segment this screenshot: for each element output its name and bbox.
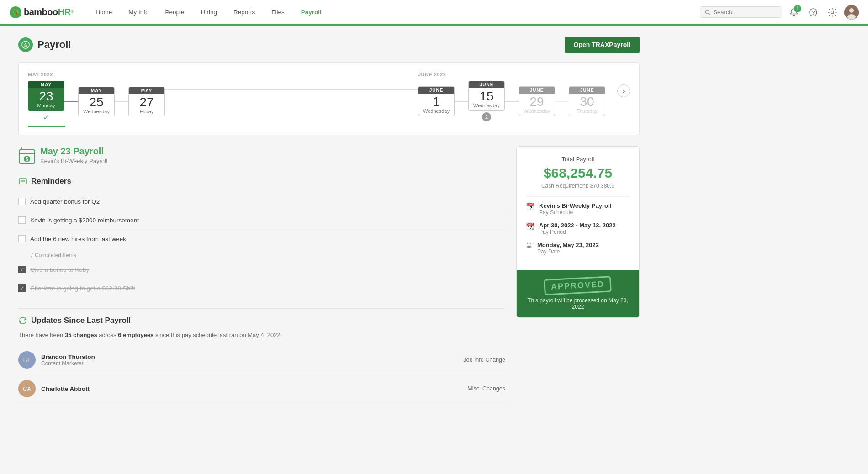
may-group-label: MAY 2022 — [28, 72, 165, 77]
charlotte-avatar: CA — [18, 380, 36, 397]
pay-period-info: 📆 Apr 30, 2022 - May 13, 2022 Pay Period — [526, 222, 630, 235]
timeline-item-june29[interactable]: JUNE 29 Wednesday — [519, 86, 555, 116]
search-input[interactable] — [713, 9, 777, 16]
completed-checkbox-2[interactable] — [18, 284, 26, 292]
brandon-name: Brandon Thurston — [41, 353, 95, 360]
schedule-label: Kevin's Bi-Weekly Payroll — [539, 202, 611, 209]
charlotte-name: Charlotte Abbott — [41, 385, 90, 392]
cal-weekday: Wednesday — [79, 109, 114, 116]
total-payroll-label: Total Payroll — [526, 156, 630, 163]
reminder-item-1: Add quarter bonus for Q2 — [18, 192, 505, 211]
completed-checkbox-1[interactable] — [18, 266, 26, 273]
nav-people[interactable]: People — [157, 0, 193, 26]
nav-home[interactable]: Home — [87, 0, 120, 26]
list-icon — [18, 177, 27, 186]
completed-item-1: Give a bonus to Koby — [18, 260, 505, 279]
cal-day: 23 — [28, 88, 64, 103]
reminder-item-3: Add the 6 new hires from last week — [18, 230, 505, 248]
updates-title: Updates Since Last Payroll — [31, 316, 131, 325]
cal-month: MAY — [28, 81, 64, 88]
reminders-title: Reminders — [31, 177, 71, 186]
brandon-change-type: Job Info Change — [463, 357, 505, 363]
svg-text:🎋: 🎋 — [12, 9, 20, 16]
cal-day: 29 — [519, 94, 555, 108]
svg-point-8 — [849, 8, 854, 13]
svg-text:?: ? — [811, 10, 815, 16]
cal-weekday: Friday — [129, 109, 164, 116]
page-title: Payroll — [37, 39, 71, 51]
pay-schedule-info: 📅 Kevin's Bi-Weekly Payroll Pay Schedule — [526, 202, 630, 216]
cash-requirement: Cash Requirement: $70,380.9 — [526, 183, 630, 189]
updates-desc: There have been 35 changes across 6 empl… — [18, 332, 505, 338]
cal-card-may23: MAY 23 Monday — [28, 81, 64, 111]
timeline-item-june30[interactable]: JUNE 30 Thursday — [569, 86, 605, 116]
reminder-checkbox-1[interactable] — [18, 198, 26, 205]
cal-day: 27 — [129, 94, 164, 109]
svg-rect-15 — [19, 179, 26, 184]
cal-card-june1: JUNE 1 Wednesday — [418, 86, 455, 116]
search-box[interactable] — [700, 6, 782, 18]
reminder-checkbox-3[interactable] — [18, 235, 26, 242]
payroll-header: $ May 23 Payroll Kevin's Bi-Weekly Payro… — [18, 146, 505, 168]
payroll-icon: $ — [18, 37, 33, 52]
calendar2-icon: 📆 — [526, 222, 535, 231]
reminder-checkbox-2[interactable] — [18, 216, 26, 224]
calendar-icon: 📅 — [526, 203, 535, 211]
nav-links: Home My Info People Hiring Reports Files… — [87, 0, 700, 24]
cal-day: 1 — [418, 94, 454, 108]
pay-date-info: 🏛 Monday, May 23, 2022 Pay Date — [526, 242, 630, 255]
total-payroll-amount: $68,254.75 — [526, 165, 630, 181]
payroll-subtitle: Kevin's Bi-Weekly Payroll — [40, 158, 107, 164]
update-item-brandon: BT Brandon Thurston Content Marketer Job… — [18, 346, 505, 374]
help-button[interactable]: ? — [806, 5, 820, 20]
timeline-item-may23[interactable]: MAY 23 Monday ✓ — [28, 81, 64, 122]
cal-weekday: Wednesday — [469, 103, 504, 110]
bank-icon: 🏛 — [526, 242, 533, 250]
timeline-section: MAY 2022 MAY 23 Monday ✓ — [18, 62, 640, 135]
brandon-avatar: BT — [18, 351, 36, 369]
settings-button[interactable] — [825, 5, 840, 20]
user-avatar[interactable] — [844, 5, 859, 20]
question-icon: ? — [809, 8, 818, 17]
completed-count: 7 Completed Items — [18, 248, 505, 260]
completed-text-2: Charlotte is going to get a $62.30 Shift — [30, 285, 135, 292]
notifications-button[interactable]: 1 — [787, 5, 801, 20]
cal-card-may27: MAY 27 Friday — [128, 87, 165, 116]
timeline-item-june1[interactable]: JUNE 1 Wednesday — [418, 86, 455, 116]
logo[interactable]: 🎋 bamboo HR ® — [9, 6, 74, 19]
period-label: Apr 30, 2022 - May 13, 2022 — [539, 222, 616, 229]
svg-text:$: $ — [26, 156, 29, 163]
timeline-item-may25[interactable]: MAY 25 Wednesday — [78, 87, 115, 116]
gear-icon — [828, 8, 837, 17]
connector — [455, 101, 468, 102]
nav-payroll[interactable]: Payroll — [293, 0, 330, 26]
reminder-item-2: Kevin is getting a $2000 reimbursement — [18, 211, 505, 230]
content-area: $ May 23 Payroll Kevin's Bi-Weekly Payro… — [18, 146, 640, 403]
timeline-next-button[interactable]: › — [617, 84, 630, 97]
reminder-text-2: Kevin is getting a $2000 reimbursement — [30, 217, 139, 224]
reminder-text-3: Add the 6 new hires from last week — [30, 236, 126, 242]
card-divider — [526, 196, 630, 197]
connector — [115, 101, 128, 102]
nav-files[interactable]: Files — [263, 0, 293, 26]
schedule-sub: Pay Schedule — [539, 209, 611, 216]
cal-month: MAY — [129, 87, 164, 94]
completed-text-1: Give a bonus to Koby — [30, 266, 89, 273]
date-sub: Pay Date — [537, 248, 599, 255]
content-right: Total Payroll $68,254.75 Cash Requiremen… — [516, 146, 640, 403]
payroll-cal-icon: $ — [18, 147, 36, 168]
reminders-header: Reminders — [18, 177, 505, 186]
cal-weekday: Wednesday — [519, 108, 555, 116]
items-badge: 2 — [482, 112, 491, 121]
nav-reports[interactable]: Reports — [225, 0, 263, 26]
payroll-title: May 23 Payroll — [40, 146, 107, 157]
nav-right: 1 ? — [700, 5, 859, 20]
open-trax-button[interactable]: Open TRAXPayroll — [565, 37, 640, 53]
processed-text: This payroll will be processed on May 23… — [526, 297, 630, 310]
nav-hiring[interactable]: Hiring — [193, 0, 225, 26]
navbar: 🎋 bamboo HR ® Home My Info People Hiring… — [0, 0, 868, 26]
timeline-item-may27[interactable]: MAY 27 Friday — [128, 87, 165, 116]
timeline-item-june15[interactable]: JUNE 15 Wednesday 2 — [468, 81, 505, 121]
svg-text:$: $ — [24, 42, 27, 48]
nav-my-info[interactable]: My Info — [120, 0, 157, 26]
